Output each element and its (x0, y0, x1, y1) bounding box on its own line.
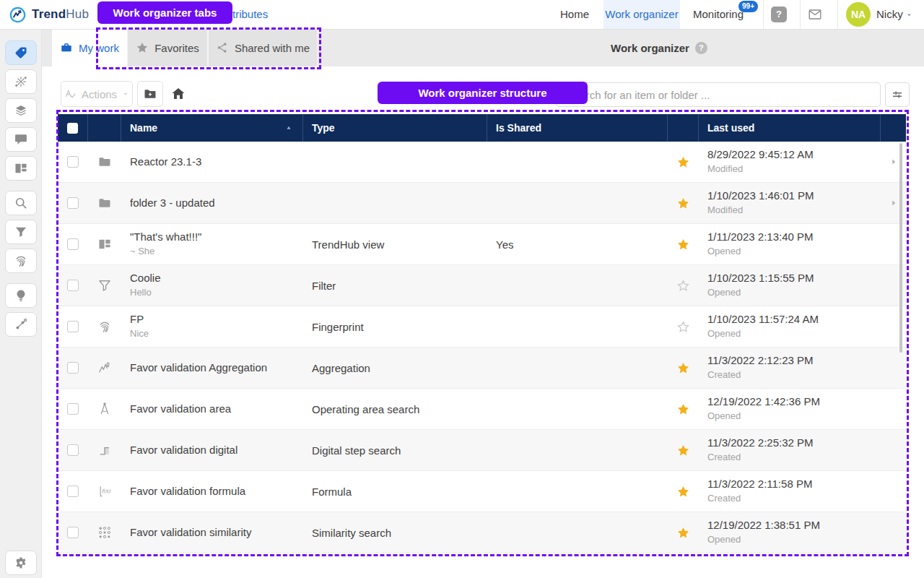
star-filled-icon[interactable] (676, 402, 690, 416)
tab-favorites[interactable]: Favorites (127, 29, 208, 66)
row-name: Favor validation formula (130, 485, 295, 499)
row-type: Formula (303, 486, 487, 498)
sidebar-item-nodes[interactable] (5, 312, 37, 337)
sidebar-item-funnel[interactable] (5, 220, 37, 244)
nav-item-attributes-partial[interactable]: tributes (232, 0, 268, 29)
row-checkbox[interactable] (67, 444, 79, 456)
divider (837, 0, 838, 29)
row-is-shared: Yes (487, 238, 668, 251)
sidebar-item-bulb[interactable] (5, 283, 37, 308)
chevron-right-icon[interactable] (889, 157, 899, 167)
star-filled-icon[interactable] (676, 155, 690, 169)
star-filled-icon[interactable] (676, 361, 690, 375)
help-circle-icon[interactable]: ? (695, 42, 707, 54)
tab-label: My work (79, 42, 119, 54)
tab-shared-with-me[interactable]: Shared with me (208, 29, 318, 66)
row-checkbox[interactable] (67, 362, 79, 374)
sidebar-item-gear[interactable] (5, 551, 37, 575)
app-window: TrendHub tributes Home Work organizer Mo… (0, 0, 924, 578)
row-last-used-date: 12/19/2022 1:42:36 PM (707, 395, 872, 409)
folder-icon (97, 196, 112, 210)
row-last-used-date: 1/10/2023 11:57:24 AM (707, 313, 872, 327)
nav-item-work-organizer[interactable]: Work organizer (603, 0, 680, 29)
row-last-used-label: Opened (707, 328, 872, 340)
row-checkbox[interactable] (67, 197, 79, 209)
table-row[interactable]: f(x)Favor validation formulaFormula11/3/… (58, 470, 906, 512)
home-folder-icon[interactable] (170, 86, 186, 102)
row-last-used-date: 1/10/2023 1:15:55 PM (707, 272, 872, 285)
table-row[interactable]: folder 3 - updated1/10/2023 1:46:01 PMMo… (58, 182, 906, 223)
sidebar-item-sparkles[interactable] (5, 69, 37, 94)
header-is-shared[interactable]: Is Shared (487, 114, 668, 142)
search-input[interactable] (556, 82, 881, 107)
star-icon (136, 41, 149, 54)
row-checkbox[interactable] (67, 280, 79, 291)
row-checkbox[interactable] (67, 238, 79, 250)
compass-icon (97, 402, 112, 416)
header-type[interactable]: Type (303, 114, 487, 142)
row-subtitle: Hello (130, 287, 295, 299)
star-filled-icon[interactable] (676, 526, 690, 540)
sidebar-item-comment[interactable] (5, 127, 37, 152)
vertical-scrollbar[interactable] (899, 143, 902, 353)
star-filled-icon[interactable] (676, 197, 690, 210)
divider (800, 0, 801, 29)
row-checkbox-cell (58, 238, 88, 250)
select-all-checkbox[interactable] (67, 123, 78, 134)
help-icon[interactable]: ? (771, 7, 787, 22)
table-row[interactable]: Favor validation valueValue based search… (58, 553, 906, 561)
row-checkbox[interactable] (67, 156, 79, 168)
avatar[interactable]: NA (846, 2, 871, 27)
select-all-cell (58, 114, 88, 142)
sidebar-item-fingerprint[interactable] (5, 249, 37, 273)
star-filled-icon[interactable] (676, 444, 690, 457)
brand-logo[interactable]: TrendHub (9, 0, 89, 29)
row-last-used-label: Created (707, 452, 872, 464)
header-name[interactable]: Name (121, 114, 303, 142)
sidebar-item-layers[interactable] (5, 98, 37, 123)
header-last-used[interactable]: Last used (699, 114, 881, 142)
star-outline-icon[interactable] (676, 279, 690, 293)
row-last-used-date: 1/10/2023 1:46:01 PM (707, 189, 872, 203)
row-name: folder 3 - updated (130, 197, 295, 210)
sidebar-item-search[interactable] (5, 191, 37, 215)
tab-my-work[interactable]: My work (52, 29, 127, 66)
row-item-icon-cell (88, 155, 121, 169)
row-item-icon-cell (88, 402, 121, 416)
sidebar-item-dashboard[interactable] (5, 156, 37, 181)
table-row[interactable]: Favor validation digitalDigital step sea… (58, 429, 906, 470)
chevron-down-icon[interactable] (905, 10, 914, 20)
star-filled-icon[interactable] (676, 485, 690, 499)
table-row[interactable]: Favor validation areaOperating area sear… (58, 388, 906, 429)
new-folder-button[interactable] (137, 81, 163, 107)
row-name: Favor validation similarity (130, 526, 295, 540)
row-last-used-date: 11/3/2022 2:25:32 PM (707, 436, 872, 450)
chevron-right-icon[interactable] (889, 198, 899, 208)
brand-name: TrendHub (32, 7, 89, 22)
table-row[interactable]: Favor validation similaritySimilarity se… (58, 512, 906, 553)
row-checkbox[interactable] (67, 321, 79, 332)
page-title: Work organizer ? (611, 29, 707, 66)
row-checkbox[interactable] (67, 486, 79, 497)
row-checkbox[interactable] (67, 403, 79, 415)
table-row[interactable]: "That's what!!!"~ SheTrendHub viewYes1/1… (58, 223, 906, 264)
star-outline-icon[interactable] (676, 320, 690, 334)
table-row[interactable]: Favor validation AggregationAggregation1… (58, 347, 906, 388)
nav-item-monitoring[interactable]: Monitoring 99+ (689, 0, 748, 29)
row-name-cell: Favor validation Aggregation (121, 361, 303, 375)
star-filled-icon[interactable] (676, 238, 690, 251)
sidebar-item-tag[interactable] (5, 40, 37, 65)
row-name: Favor validation Aggregation (130, 361, 295, 375)
row-last-used-cell: 8/29/2022 9:45:12 AMModified (699, 148, 881, 176)
row-last-used-date: 11/3/2022 2:12:23 PM (707, 354, 872, 368)
user-menu[interactable]: Nicky (876, 0, 903, 29)
nav-item-home[interactable]: Home (556, 0, 593, 29)
table-row[interactable]: CoolieHelloFilter1/10/2023 1:15:55 PMOpe… (58, 264, 906, 306)
row-last-used-label: Opened (707, 410, 872, 423)
search-settings-button[interactable] (885, 82, 910, 107)
actions-button[interactable]: Actions (61, 81, 133, 107)
row-checkbox[interactable] (67, 527, 79, 538)
mail-icon[interactable] (807, 7, 823, 22)
table-row[interactable]: FPNiceFingerprint1/10/2023 11:57:24 AMOp… (58, 306, 906, 347)
table-row[interactable]: Reactor 23.1-38/29/2022 9:45:12 AMModifi… (58, 142, 906, 182)
